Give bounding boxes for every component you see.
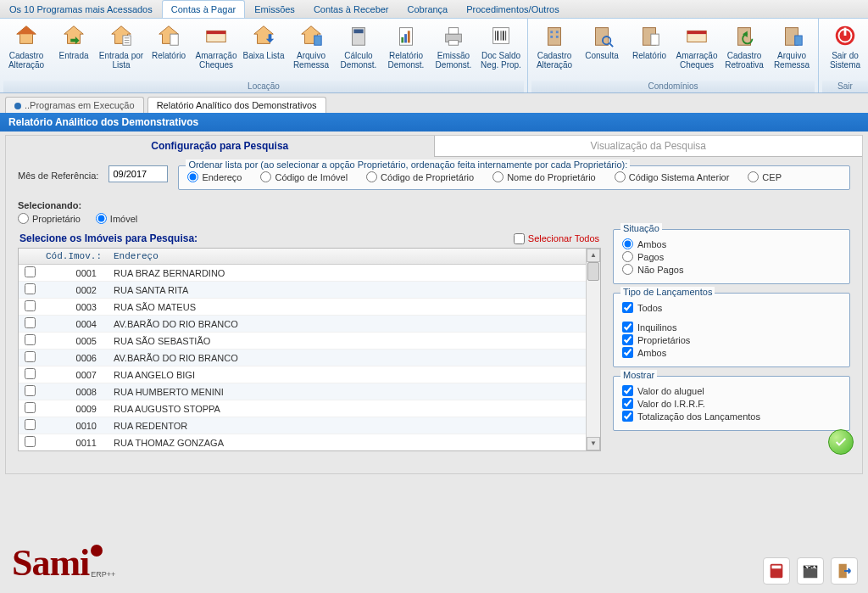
ribbon-label: Amarração Cheques [193,51,239,70]
doc-tab-programas[interactable]: ..Programas em Execução [5,97,144,113]
radio-situacao-pagos[interactable]: Pagos [622,251,841,262]
radio-ordenar-cep[interactable]: CEP [748,171,782,182]
ribbon-cond-cadastro[interactable]: Cadastro Alteração [531,20,577,81]
ribbon-group-sair: Sair do Sistema Sair [819,19,868,92]
video-aula-button[interactable] [797,557,824,585]
grid-scrollbar[interactable]: ▲ ▼ [586,249,600,450]
row-checkbox[interactable] [25,436,36,447]
row-checkbox[interactable] [25,317,36,328]
page-title: Relatório Análitico dos Demonstrativos [0,113,868,131]
tab-top-programas[interactable]: Os 10 Programas mais Acessados [0,0,162,18]
ribbon-cadastro-alteracao[interactable]: Cadastro Alteração [3,20,49,81]
ribbon-sair-sistema[interactable]: Sair do Sistema [822,20,868,81]
scroll-thumb[interactable] [587,262,599,281]
ribbon-emissao-demonst[interactable]: Emissão Demonst. [431,20,476,81]
book-icon [767,562,786,580]
building-file-icon [778,22,805,49]
table-row[interactable]: 0008RUA HUMBERTO MENINI [19,383,586,400]
tab-emissoes[interactable]: Emissões [245,0,304,18]
row-checkbox[interactable] [25,300,36,311]
svg-rect-50 [772,566,782,569]
checkbox-selecionar-todos[interactable]: Selecionar Todos [514,233,599,244]
house-in-icon [60,22,87,49]
row-checkbox[interactable] [25,402,36,413]
ribbon-doc-saldo-neg[interactable]: Doc Saldo Neg. Prop. [478,20,524,81]
table-row[interactable]: 0005RUA SÃO SEBASTIÃO [19,333,586,350]
ribbon-entrada-lista[interactable]: Entrada por Lista [98,20,144,81]
ribbon-label: Cadastro Alteração [3,51,49,70]
radio-ordenar-nome-proprietario[interactable]: Nome do Proprietário [492,171,596,182]
ribbon-cond-relatorio[interactable]: Relatório [626,20,672,81]
radio-sel-proprietario[interactable]: Proprietário [18,213,81,224]
table-row[interactable]: 0004 AV.BARÃO DO RIO BRANCO [19,316,586,333]
exit-button[interactable] [831,557,858,585]
radio-ordenar-cod-sistema-anterior[interactable]: Código Sistema Anterior [615,171,730,182]
radio-ordenar-cod-proprietario[interactable]: Código de Proprietário [366,171,474,182]
checkbox-tipo-ambos[interactable]: Ambos [622,347,841,358]
svg-rect-23 [448,41,458,46]
table-row[interactable]: 0009RUA AUGUSTO STOPPA [19,400,586,417]
ribbon-relatorio-demonst[interactable]: Relatório Demonst. [383,20,429,81]
row-checkbox[interactable] [25,266,36,277]
tab-procedimentos[interactable]: Procedimentos/Outros [457,0,568,18]
row-checkbox[interactable] [25,368,36,379]
table-row[interactable]: 0001RUA BRAZ BERNARDINO [19,265,586,282]
ribbon-group-label-condominios: Condomínios [531,81,815,92]
ribbon-cond-remessa[interactable]: Arquivo Remessa [769,20,815,81]
checkbox-tipo-proprietarios[interactable]: Proprietários [622,334,841,345]
radio-sel-imovel[interactable]: Imóvel [96,213,137,224]
ribbon-arquivo-remessa[interactable]: Arquivo Remessa [288,20,334,81]
checkbox-tipo-todos[interactable]: Todos [622,302,841,313]
selecionando-label: Selecionando: [18,200,850,210]
ordenar-legend: Ordenar lista por (ao selecionar a opção… [186,159,630,170]
ribbon-entrada[interactable]: Entrada [51,20,97,81]
table-row[interactable]: 0006 AV.BARÃO DO RIO BRANCO [19,350,586,366]
row-checkbox[interactable] [25,334,36,345]
tab-contas-receber[interactable]: Contas à Receber [304,0,398,18]
tab-contas-pagar[interactable]: Contas à Pagar [162,0,245,18]
tipo-lancamentos-fieldset: Tipo de Lançamentos Todos Inquilinos Pro… [613,293,850,367]
scroll-up-icon[interactable]: ▲ [587,249,600,262]
table-row[interactable]: 0007RUA ANGELO BIGI [19,366,586,383]
tab-cobranca[interactable]: Cobrança [398,0,458,18]
radio-situacao-ambos[interactable]: Ambos [622,238,841,249]
row-checkbox[interactable] [25,385,36,396]
ribbon-calculo-demonst[interactable]: Cálculo Demonst. [336,20,381,81]
table-row[interactable]: 0011RUA THOMAZ GONZAGA [19,434,586,451]
table-row[interactable]: 0003RUA SÃO MATEUS [19,299,586,316]
doc-tab-relatorio-analitico[interactable]: Relatório Analítico dos Demonstrativos [147,97,326,113]
checkbox-tipo-inquilinos[interactable]: Inquilinos [622,322,841,333]
radio-ordenar-cod-imovel[interactable]: Código de Imóvel [260,171,348,182]
checkbox-mostrar-aluguel[interactable]: Valor do aluguel [622,385,841,396]
grid-header-codigo[interactable]: Cód.Imov.: [41,249,108,265]
checkbox-mostrar-irrf[interactable]: Valor do I.R.R.F. [622,398,841,409]
confirm-button[interactable] [828,429,854,455]
manual-sami-button[interactable] [763,557,790,585]
ribbon-cond-amarracao[interactable]: Amarração Cheques [674,20,720,81]
table-row[interactable]: 0010RUA REDENTOR [19,417,586,434]
row-checkbox[interactable] [25,283,36,294]
ribbon-cond-consulta[interactable]: Consulta [579,20,625,81]
ribbon-cond-retroativa[interactable]: Cadastro Retroativa [721,20,767,81]
ribbon-amarracao-cheques[interactable]: Amarração Cheques [193,20,239,81]
clapper-icon [801,562,820,580]
cheque-icon [203,22,230,49]
ribbon-baixa-lista[interactable]: Baixa Lista [241,20,287,81]
table-row[interactable]: 0002RUA SANTA RITA [19,282,586,299]
checkbox-mostrar-totalizacao[interactable]: Totalização dos Lançamentos [622,411,841,422]
row-checkbox[interactable] [25,351,36,362]
row-checkbox[interactable] [25,419,36,430]
scroll-down-icon[interactable]: ▼ [587,437,600,450]
ribbon-relatorio[interactable]: Relatório [146,20,192,81]
grid-header-endereco[interactable]: Endereço [108,249,586,265]
svg-rect-45 [795,36,802,45]
config-tab-pesquisa[interactable]: Configuração para Pesquisa [6,136,435,157]
config-tab-visualizacao[interactable]: Visualização da Pesquisa [435,136,863,157]
mes-referencia-input[interactable] [108,165,168,182]
ribbon-toolbar: Cadastro Alteração Entrada Entrada por L… [0,19,868,93]
ordenar-fieldset: Ordenar lista por (ao selecionar a opção… [178,165,850,190]
radio-situacao-nao-pagos[interactable]: Não Pagos [622,264,841,275]
radio-ordenar-endereco[interactable]: Endereço [187,171,242,182]
imoveis-panel: Selecione os Imóveis para Pesquisa: Sele… [18,229,601,451]
checkmark-icon [834,435,848,449]
